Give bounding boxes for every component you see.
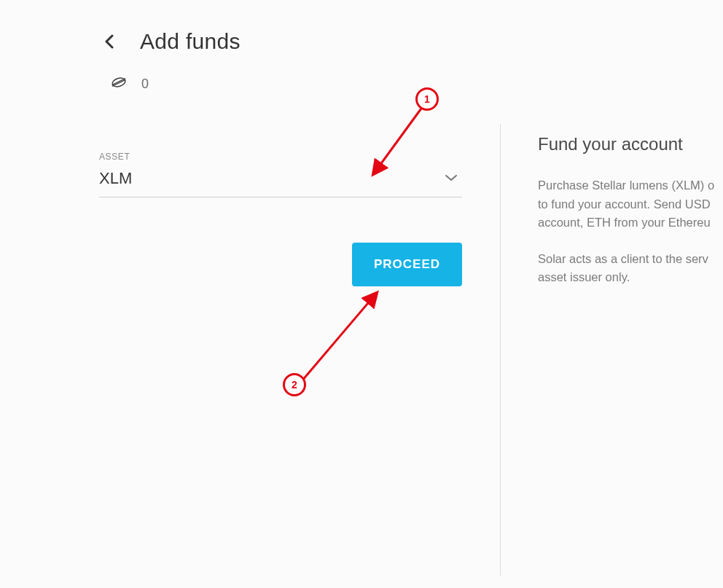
annotation-number-2: 2	[292, 379, 297, 391]
sidebar-paragraph-2: Solar acts as a client to the serv asset…	[538, 250, 723, 287]
annotation-badge-2: 2	[283, 373, 306, 396]
sidebar-title: Fund your account	[538, 134, 723, 154]
svg-line-4	[302, 294, 376, 381]
sidebar-paragraph-1: Purchase Stellar lumens (XLM) o to fund …	[538, 176, 723, 232]
balance-row: 0	[0, 54, 723, 93]
asset-field-label: ASSET	[99, 152, 462, 162]
chevron-left-icon	[104, 34, 114, 49]
asset-select[interactable]: XLM	[99, 168, 462, 197]
svg-point-0	[112, 77, 127, 88]
asset-select-value: XLM	[99, 169, 132, 188]
proceed-button[interactable]: PROCEED	[352, 243, 462, 286]
back-button[interactable]	[99, 31, 120, 52]
stellar-icon	[111, 74, 127, 93]
balance-value: 0	[141, 77, 149, 92]
page-title: Add funds	[140, 29, 241, 54]
chevron-down-icon	[445, 172, 458, 185]
